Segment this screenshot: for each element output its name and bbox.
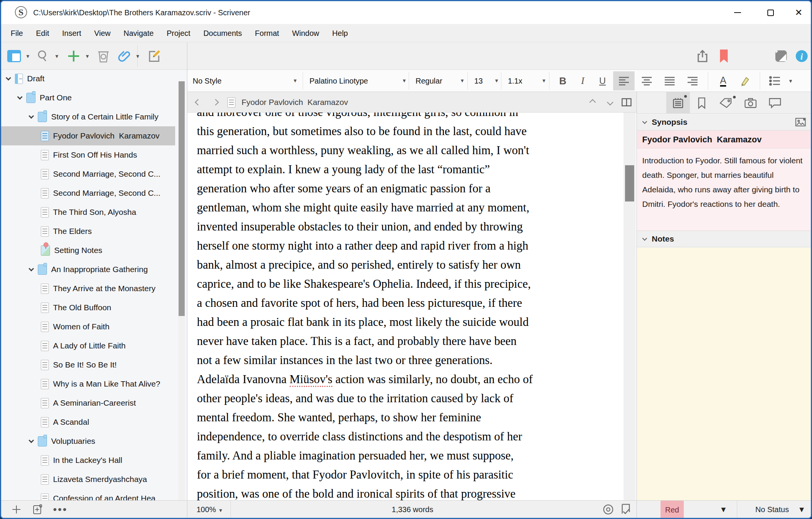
label-selector[interactable]: Red — [661, 501, 684, 518]
menu-help[interactable]: Help — [326, 24, 354, 42]
binder-item[interactable]: First Son Off His Hands — [1, 145, 175, 164]
label-dropdown-arrow[interactable]: ▼ — [720, 501, 727, 518]
list-button[interactable] — [764, 71, 786, 90]
more-options-icon[interactable]: ••• — [53, 503, 68, 516]
font-size-dropdown[interactable]: 13▼ — [474, 70, 483, 92]
synopsis-title[interactable]: Fyodor Pavlovich Karamazov — [637, 131, 811, 148]
binder-item[interactable]: So Be It! So Be It! — [1, 355, 175, 374]
font-variant-dropdown[interactable]: Regular▼ — [416, 70, 442, 92]
font-dropdown[interactable]: Palatino Linotype▼ — [309, 70, 368, 92]
chevron-down-icon[interactable] — [6, 75, 11, 81]
menu-format[interactable]: Format — [248, 24, 285, 42]
binder-item[interactable]: Why is a Man Like That Alive? — [1, 374, 175, 393]
binder-item[interactable]: Second Marriage, Second C... — [1, 184, 175, 203]
status-dropdown-arrow[interactable]: ▼ — [798, 501, 806, 518]
binder-item[interactable]: An Inappropriate Gathering — [1, 260, 175, 279]
justify-button[interactable] — [659, 71, 680, 90]
editor-scrollbar-thumb[interactable] — [625, 165, 634, 201]
bookmark-check-icon[interactable] — [620, 501, 637, 518]
chevron-down-icon[interactable] — [29, 438, 34, 443]
menu-file[interactable]: File — [4, 24, 29, 42]
snapshots-tab-icon[interactable] — [739, 92, 762, 114]
list-dropdown-arrow[interactable]: ▼ — [786, 71, 796, 90]
binder-splitter[interactable] — [187, 42, 187, 518]
word-count[interactable]: 1,336 words — [348, 501, 477, 518]
next-document-icon[interactable] — [603, 92, 618, 113]
binder-scrollbar[interactable] — [178, 81, 185, 500]
previous-document-icon[interactable] — [585, 92, 600, 113]
notes-tab-icon[interactable] — [666, 92, 690, 114]
forward-icon[interactable] — [209, 92, 222, 113]
synopsis-image-icon[interactable] — [795, 117, 806, 127]
highlight-button[interactable] — [735, 71, 755, 90]
zoom-control[interactable]: 100% ▼ — [197, 501, 223, 518]
bookmark-icon[interactable] — [715, 42, 732, 70]
binder-item[interactable]: Setting Notes — [1, 241, 175, 260]
share-icon[interactable] — [693, 42, 712, 70]
compose-icon[interactable] — [145, 42, 164, 70]
italic-button[interactable]: I — [573, 71, 593, 90]
binder-item[interactable]: A Scandal — [1, 413, 175, 432]
line-spacing-dropdown[interactable]: 1.1x▼ — [508, 70, 522, 92]
close-button[interactable]: ✕ — [786, 1, 811, 24]
back-icon[interactable] — [191, 92, 205, 113]
add-dropdown-arrow[interactable]: ▼ — [84, 42, 91, 70]
add-item-icon[interactable] — [64, 42, 83, 70]
add-item-icon[interactable] — [11, 504, 22, 515]
align-left-button[interactable] — [613, 71, 635, 90]
binder-item[interactable]: In the Lackey's Hall — [1, 451, 175, 470]
align-center-button[interactable] — [636, 71, 657, 90]
binder-item[interactable]: Second Marriage, Second C... — [1, 164, 175, 184]
menu-project[interactable]: Project — [160, 24, 197, 42]
add-folder-icon[interactable] — [32, 504, 43, 515]
maximize-button[interactable] — [758, 1, 783, 24]
binder-item[interactable]: Voluptuaries — [1, 432, 175, 451]
notes-section-header[interactable]: Notes — [637, 231, 811, 247]
menu-edit[interactable]: Edit — [29, 24, 55, 42]
binder-item[interactable]: Part One — [1, 88, 175, 107]
binder-scrollbar-thumb[interactable] — [179, 81, 185, 316]
inspector-info-icon[interactable]: i — [793, 42, 810, 70]
underline-button[interactable]: U — [593, 71, 612, 90]
binder-toggle-icon[interactable] — [6, 42, 23, 70]
compose-mode-icon[interactable] — [771, 42, 791, 70]
bookmarks-tab-icon[interactable] — [690, 92, 714, 114]
menu-documents[interactable]: Documents — [197, 24, 248, 42]
menu-navigate[interactable]: Navigate — [117, 24, 160, 42]
editor-body[interactable]: and moreover one of those vigorous, inte… — [187, 113, 636, 500]
menu-insert[interactable]: Insert — [56, 24, 88, 42]
paperclip-icon[interactable] — [116, 42, 134, 70]
trash-icon[interactable] — [94, 42, 113, 70]
chevron-down-icon[interactable] — [29, 113, 34, 119]
synopsis-section-header[interactable]: Synopsis — [637, 114, 811, 131]
attach-dropdown-arrow[interactable]: ▼ — [134, 42, 142, 70]
split-view-icon[interactable] — [619, 92, 635, 113]
bold-button[interactable]: B — [553, 71, 573, 90]
binder-item[interactable]: A Lady of Little Faith — [1, 336, 175, 355]
minimize-button[interactable] — [725, 1, 750, 24]
chevron-down-icon[interactable] — [17, 94, 23, 100]
binder-item[interactable]: Confession of an Ardent Hea — [1, 489, 175, 500]
binder-item[interactable]: Lizaveta Smerdyashchaya — [1, 470, 175, 489]
binder-item[interactable]: They Arrive at the Monastery — [1, 279, 175, 298]
binder-item[interactable]: A Seminarian-Careerist — [1, 393, 175, 413]
binder-dropdown-arrow[interactable]: ▼ — [24, 42, 32, 70]
menu-window[interactable]: Window — [285, 24, 325, 42]
inspector-splitter[interactable] — [636, 92, 637, 518]
binder-item[interactable]: The Elders — [1, 222, 175, 241]
title-bar[interactable]: S C:\Users\kirk\Desktop\The Brothers Kar… — [1, 1, 811, 24]
search-icon[interactable] — [35, 42, 52, 70]
chevron-down-icon[interactable] — [29, 266, 34, 271]
align-right-button[interactable] — [682, 71, 703, 90]
notes-text-area[interactable] — [637, 248, 811, 500]
binder-item[interactable]: Fyodor Pavlovich Karamazov — [1, 126, 175, 145]
menu-view[interactable]: View — [88, 24, 117, 42]
style-dropdown[interactable]: No Style▼ — [193, 70, 222, 92]
binder-item[interactable]: The Third Son, Alyosha — [1, 203, 175, 222]
binder-item[interactable]: Draft — [1, 70, 175, 88]
metadata-tab-icon[interactable] — [714, 92, 738, 114]
text-color-button[interactable]: A — [713, 71, 733, 90]
target-icon[interactable] — [603, 501, 618, 518]
editor-scrollbar[interactable] — [624, 113, 636, 500]
search-dropdown-arrow[interactable]: ▼ — [53, 42, 61, 70]
